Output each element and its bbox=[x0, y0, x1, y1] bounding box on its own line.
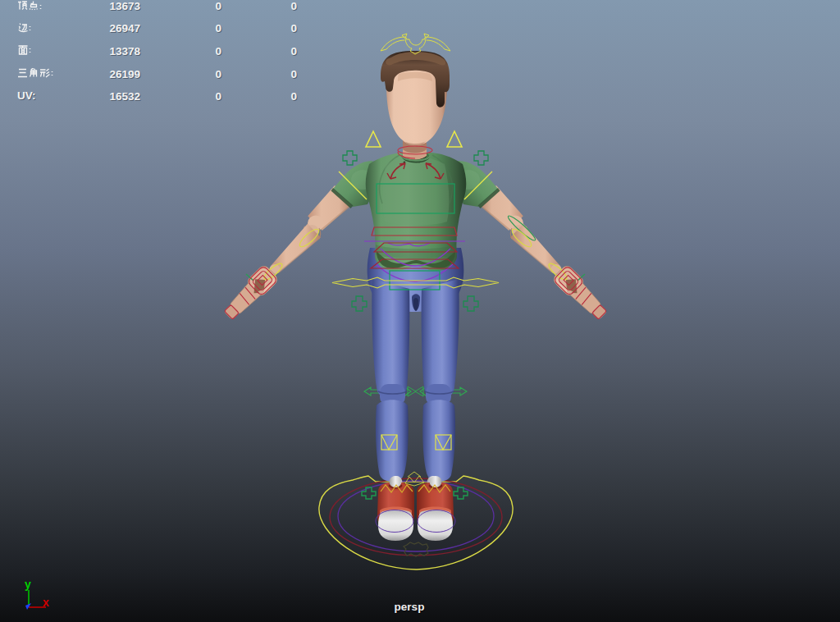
svg-text:0: 0 bbox=[215, 22, 221, 34]
svg-text:persp: persp bbox=[395, 601, 425, 613]
svg-text:0: 0 bbox=[290, 68, 297, 80]
svg-text:13378: 13378 bbox=[109, 45, 140, 57]
svg-text:0: 0 bbox=[215, 90, 221, 103]
svg-text:26199: 26199 bbox=[109, 68, 140, 80]
svg-text:y: y bbox=[25, 578, 31, 591]
svg-text:0: 0 bbox=[215, 45, 221, 57]
svg-text:0: 0 bbox=[290, 0, 297, 12]
svg-text:13673: 13673 bbox=[109, 0, 140, 12]
svg-text:0: 0 bbox=[215, 68, 221, 80]
svg-text:0: 0 bbox=[215, 0, 221, 12]
svg-text:x: x bbox=[43, 596, 49, 609]
svg-text:26947: 26947 bbox=[109, 22, 140, 34]
svg-text:UV:: UV: bbox=[17, 89, 36, 102]
svg-text:16532: 16532 bbox=[109, 90, 140, 103]
svg-text:0: 0 bbox=[290, 22, 297, 34]
svg-text:0: 0 bbox=[290, 45, 297, 57]
svg-text:0: 0 bbox=[290, 90, 297, 103]
